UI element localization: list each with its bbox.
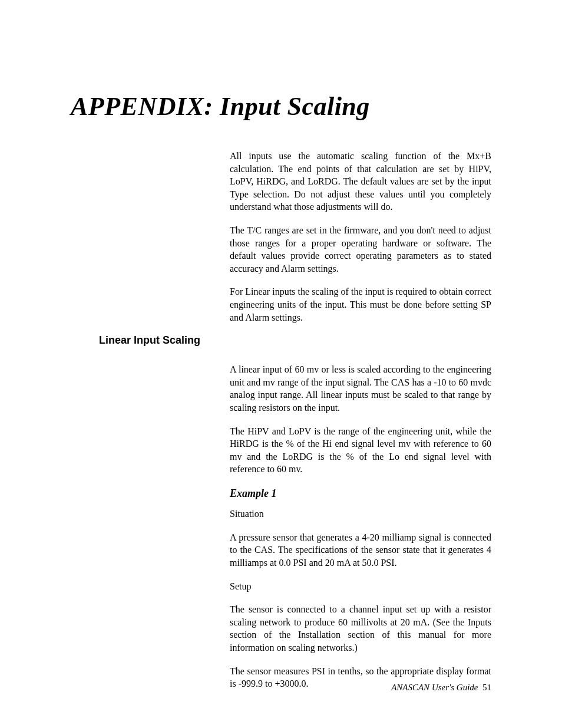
intro-paragraph-1: All inputs use the automatic scaling fun… xyxy=(230,150,491,213)
situation-text: A pressure sensor that generates a 4-20 … xyxy=(230,531,491,569)
section-paragraph-2: The HiPV and LoPV is the range of the en… xyxy=(230,425,491,476)
setup-label: Setup xyxy=(230,580,491,593)
example-heading: Example 1 xyxy=(230,486,491,500)
intro-paragraph-3: For Linear inputs the scaling of the inp… xyxy=(230,285,491,324)
setup-paragraph-1: The sensor is connected to a channel inp… xyxy=(230,603,491,654)
section-body: A linear input of 60 mv or less is scale… xyxy=(230,363,491,690)
intro-block: All inputs use the automatic scaling fun… xyxy=(230,150,491,324)
document-page: APPENDIX: Input Scaling All inputs use t… xyxy=(0,0,562,728)
page-footer: ANASCAN User's Guide 51 xyxy=(391,683,491,693)
section-heading-linear-input-scaling: Linear Input Scaling xyxy=(99,334,491,347)
section-paragraph-1: A linear input of 60 mv or less is scale… xyxy=(230,363,491,414)
situation-label: Situation xyxy=(230,508,491,521)
footer-book-title: ANASCAN User's Guide xyxy=(391,683,478,692)
intro-paragraph-2: The T/C ranges are set in the firmware, … xyxy=(230,224,491,275)
footer-page-number: 51 xyxy=(482,683,491,692)
page-title: APPENDIX: Input Scaling xyxy=(71,91,491,121)
